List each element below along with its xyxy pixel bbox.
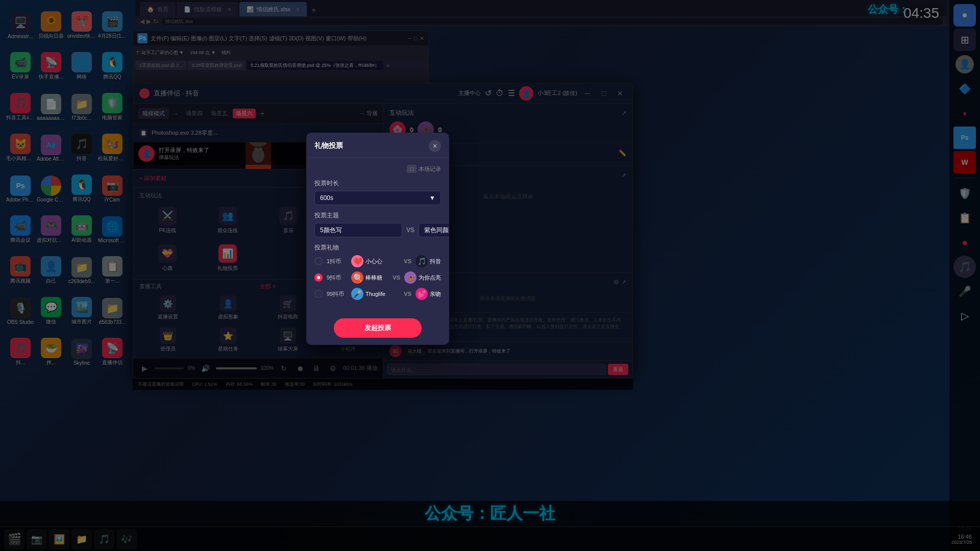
vs-mid-2: VS <box>393 274 400 281</box>
desktop: 🖥️ Administr... 🌻 贝锐向日葵 ✂️ onvideo快手云-快手… <box>0 0 980 551</box>
gift-pair-left-1: ❤️ 小心心 <box>351 255 400 267</box>
radio-2[interactable] <box>314 273 323 282</box>
gift-name-1: 小心心 <box>365 258 382 265</box>
gift-pair-right-3: 💕 亲吻 <box>415 288 441 300</box>
gift-name-2: 棒棒糖 <box>365 274 382 282</box>
modal-body: □ 本场记录 投票时长 600s ▼ 投票主题 VS <box>306 158 449 313</box>
gifts-group: 投票礼物 1抖币 ❤️ 小心心 VS 🎵 <box>314 243 441 300</box>
gift-pair-left-3: 🎤 Thuglife <box>351 288 400 300</box>
gift-icon-1: ❤️ <box>351 255 363 267</box>
duration-group: 投票时长 600s ▼ <box>314 179 441 205</box>
gift-icon-3: 🎤 <box>351 288 363 300</box>
theme-right-input[interactable] <box>419 223 449 237</box>
vote-option-1[interactable]: 1抖币 ❤️ 小心心 VS 🎵 抖音 <box>314 255 441 267</box>
radio-3[interactable] <box>314 290 323 298</box>
modal-title: 礼物投票 <box>314 141 343 151</box>
duration-label: 投票时长 <box>314 179 441 188</box>
vote-option-3[interactable]: 99抖币 🎤 Thuglife VS 💕 亲吻 <box>314 288 441 300</box>
gift-icon-r2: 🦋 <box>404 271 416 284</box>
radio-1[interactable] <box>314 257 323 265</box>
theme-label: 投票主题 <box>314 211 441 220</box>
gift-name-r2: 为你点亮 <box>419 274 441 282</box>
modal-footer: 发起投票 <box>306 313 449 345</box>
gift-pair-left-2: 🍭 棒棒糖 <box>351 271 388 284</box>
gift-name-r3: 亲吻 <box>430 290 441 298</box>
coin-1: 1抖币 <box>327 258 347 265</box>
theme-vs-row: VS <box>314 223 441 237</box>
vote-option-2[interactable]: 9抖币 🍭 棒棒糖 VS 🦋 为你点亮 <box>314 271 441 284</box>
duration-select[interactable]: 600s ▼ <box>314 191 441 205</box>
vs-label: VS <box>406 227 414 234</box>
record-checkbox[interactable]: □ <box>407 165 416 173</box>
gift-icon-r3: 💕 <box>415 288 428 300</box>
vote-options: 1抖币 ❤️ 小心心 VS 🎵 抖音 <box>314 255 441 300</box>
record-row: □ 本场记录 <box>314 165 441 173</box>
theme-left-input[interactable] <box>314 223 402 237</box>
modal-header: 礼物投票 × <box>306 133 449 158</box>
modal-overlay: 礼物投票 × □ 本场记录 投票时长 600s ▼ 投 <box>0 0 980 551</box>
gift-name-r1: 抖音 <box>430 258 441 265</box>
gifts-label: 投票礼物 <box>314 243 441 252</box>
vs-mid-1: VS <box>404 258 411 264</box>
modal-close-button[interactable]: × <box>429 140 441 152</box>
gift-icon-2: 🍭 <box>351 271 363 284</box>
gift-pair-right-1: 🎵 抖音 <box>415 255 441 267</box>
gift-icon-r1: 🎵 <box>415 255 428 267</box>
dropdown-icon: ▼ <box>429 194 435 202</box>
start-vote-button[interactable]: 发起投票 <box>334 318 422 338</box>
gift-pair-right-2: 🦋 为你点亮 <box>404 271 441 284</box>
coin-3: 99抖币 <box>327 290 347 298</box>
theme-group: 投票主题 VS <box>314 211 441 237</box>
coin-2: 9抖币 <box>327 274 347 282</box>
vs-mid-3: VS <box>404 291 411 297</box>
gift-vote-modal: 礼物投票 × □ 本场记录 投票时长 600s ▼ 投 <box>306 133 449 345</box>
gift-name-3: Thuglife <box>365 291 385 297</box>
